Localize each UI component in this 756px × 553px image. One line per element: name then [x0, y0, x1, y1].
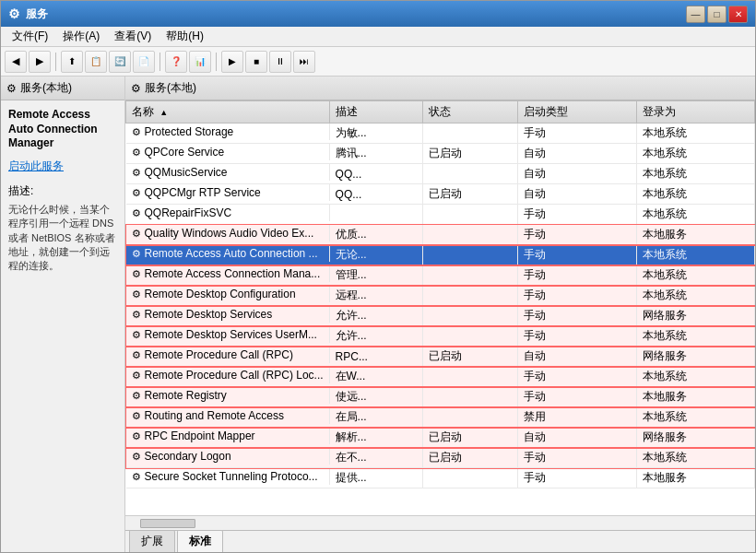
service-name-cell: ⚙QPCore Service — [126, 144, 330, 160]
toolbar-forward-button[interactable]: ▶ — [29, 51, 51, 73]
toolbar-refresh-button[interactable]: 🔄 — [109, 51, 131, 73]
services-list: 名称 ▲ 描述 状态 启动类型 登录为 ⚙Protected Storage为敏… — [125, 100, 755, 488]
window-controls: — □ ✕ — [686, 6, 748, 23]
table-row[interactable]: ⚙QQRepairFixSVC手动本地系统 — [126, 205, 755, 225]
service-startup-cell: 手动 — [518, 387, 636, 407]
menu-view[interactable]: 查看(V) — [107, 27, 159, 46]
col-desc-header[interactable]: 描述 — [330, 101, 423, 124]
service-gear-icon: ⚙ — [132, 228, 141, 240]
table-row[interactable]: ⚙Remote Desktop Services允许...手动网络服务 — [126, 306, 755, 326]
table-row[interactable]: ⚙Protected Storage为敏...手动本地系统 — [126, 124, 755, 144]
service-startup-cell: 手动 — [518, 367, 636, 387]
service-desc-cell: 在局... — [330, 407, 423, 428]
service-desc-cell: 解析... — [330, 428, 423, 448]
col-startup-header[interactable]: 启动类型 — [518, 101, 636, 124]
menu-action[interactable]: 操作(A) — [55, 27, 107, 46]
table-row[interactable]: ⚙Remote Procedure Call (RPC) Loc...在W...… — [126, 367, 755, 387]
service-logon-cell: 本地服务 — [636, 468, 755, 488]
service-name-cell: ⚙Remote Access Connection Mana... — [126, 265, 330, 282]
horizontal-scrollbar[interactable] — [125, 515, 755, 530]
service-gear-icon: ⚙ — [132, 248, 141, 260]
service-logon-cell: 网络服务 — [636, 428, 755, 448]
toolbar-button-4[interactable]: 📄 — [133, 51, 155, 73]
toolbar-restart-button[interactable]: ⏭ — [293, 51, 315, 73]
start-service-link[interactable]: 启动此服务 — [8, 159, 64, 172]
service-name-cell: ⚙Remote Procedure Call (RPC) — [126, 347, 330, 363]
right-panel-title: 服务(本地) — [145, 80, 196, 96]
close-button[interactable]: ✕ — [728, 6, 748, 23]
main-content: ⚙ 服务(本地) Remote Access Auto Connection M… — [1, 76, 755, 552]
service-logon-cell: 本地系统 — [636, 184, 755, 205]
menu-file[interactable]: 文件(F) — [5, 27, 55, 46]
service-logon-cell: 本地系统 — [636, 245, 755, 265]
table-row[interactable]: ⚙Remote Registry使远...手动本地服务 — [126, 387, 755, 407]
toolbar-help-button[interactable]: ❓ — [165, 51, 187, 73]
toolbar-back-button[interactable]: ◀ — [5, 51, 27, 73]
table-row[interactable]: ⚙Quality Windows Audio Video Ex...优质...手… — [126, 225, 755, 245]
right-panel-header: ⚙ 服务(本地) — [125, 76, 755, 100]
left-panel: ⚙ 服务(本地) Remote Access Auto Connection M… — [1, 76, 125, 552]
table-row[interactable]: ⚙QQPCMgr RTP ServiceQQ...已启动自动本地系统 — [126, 184, 755, 205]
service-gear-icon: ⚙ — [132, 349, 141, 361]
service-desc-cell — [330, 205, 423, 225]
toolbar-play-button[interactable]: ▶ — [221, 51, 243, 73]
table-row[interactable]: ⚙RPC Endpoint Mapper解析...已启动自动网络服务 — [126, 428, 755, 448]
service-desc-cell: 优质... — [330, 225, 423, 245]
service-desc-cell: 允许... — [330, 306, 423, 326]
col-logon-header[interactable]: 登录为 — [636, 101, 755, 124]
main-window: ⚙ 服务 — □ ✕ 文件(F) 操作(A) 查看(V) 帮助(H) ◀ ▶ ⬆… — [0, 0, 756, 553]
table-row[interactable]: ⚙Remote Access Connection Mana...管理...手动… — [126, 265, 755, 286]
services-table[interactable]: 名称 ▲ 描述 状态 启动类型 登录为 ⚙Protected Storage为敏… — [125, 100, 755, 515]
col-status-header[interactable]: 状态 — [422, 101, 517, 124]
service-name-cell: ⚙QQPCMgr RTP Service — [126, 184, 330, 201]
service-gear-icon: ⚙ — [132, 309, 141, 321]
service-logon-cell: 本地系统 — [636, 407, 755, 428]
service-name-cell: ⚙Remote Desktop Services — [126, 306, 330, 323]
table-row[interactable]: ⚙Remote Desktop Configuration远程...手动本地系统 — [126, 286, 755, 306]
service-startup-cell: 禁用 — [518, 407, 636, 428]
service-status-cell — [422, 245, 517, 265]
service-name-cell: ⚙Remote Procedure Call (RPC) Loc... — [126, 367, 330, 383]
table-row[interactable]: ⚙Remote Desktop Services UserM...允许...手动… — [126, 326, 755, 347]
menu-bar: 文件(F) 操作(A) 查看(V) 帮助(H) — [1, 27, 755, 47]
minimize-button[interactable]: — — [686, 6, 705, 23]
table-row[interactable]: ⚙Remote Procedure Call (RPC)RPC...已启动自动网… — [126, 347, 755, 367]
desc-text: 无论什么时候，当某个程序引用一个远程 DNS 或者 NetBIOS 名称或者地址… — [8, 203, 117, 274]
table-row[interactable]: ⚙Secure Socket Tunneling Protoco...提供...… — [126, 468, 755, 488]
table-header-row: 名称 ▲ 描述 状态 启动类型 登录为 — [126, 101, 755, 124]
service-desc-cell: QQ... — [330, 184, 423, 205]
toolbar-stop-button[interactable]: ■ — [245, 51, 267, 73]
left-panel-title: 服务(本地) — [20, 80, 72, 96]
table-row[interactable]: ⚙Remote Access Auto Connection ...无论...手… — [126, 245, 755, 265]
left-panel-gear-icon: ⚙ — [6, 82, 17, 95]
table-row[interactable]: ⚙Secondary Logon在不...已启动手动本地系统 — [126, 448, 755, 468]
tab-extended[interactable]: 扩展 — [129, 530, 175, 552]
toolbar-button-6[interactable]: 📊 — [189, 51, 211, 73]
service-desc-cell: RPC... — [330, 347, 423, 367]
service-logon-cell: 本地系统 — [636, 205, 755, 225]
service-startup-cell: 自动 — [518, 184, 636, 205]
service-gear-icon: ⚙ — [132, 147, 141, 159]
h-scroll-thumb[interactable] — [140, 519, 195, 528]
service-desc-cell: 远程... — [330, 286, 423, 306]
table-row[interactable]: ⚙QQMusicServiceQQ...自动本地系统 — [126, 164, 755, 184]
service-logon-cell: 本地服务 — [636, 387, 755, 407]
maximize-button[interactable]: □ — [707, 6, 726, 23]
service-status-cell — [422, 468, 517, 488]
table-row[interactable]: ⚙QPCore Service腾讯...已启动自动本地系统 — [126, 144, 755, 164]
table-row[interactable]: ⚙Routing and Remote Access在局...禁用本地系统 — [126, 407, 755, 428]
right-panel-gear-icon: ⚙ — [131, 82, 141, 95]
service-startup-cell: 自动 — [518, 347, 636, 367]
service-logon-cell: 本地系统 — [636, 265, 755, 286]
service-name-cell: ⚙RPC Endpoint Mapper — [126, 428, 330, 444]
col-name-header[interactable]: 名称 ▲ — [126, 101, 330, 124]
tab-standard[interactable]: 标准 — [177, 530, 223, 552]
service-name-cell: ⚙Remote Desktop Services UserM... — [126, 326, 330, 343]
toolbar-pause-button[interactable]: ⏸ — [269, 51, 291, 73]
service-startup-cell: 手动 — [518, 245, 636, 265]
service-startup-cell: 手动 — [518, 205, 636, 225]
toolbar-button-2[interactable]: 📋 — [85, 51, 107, 73]
toolbar-up-button[interactable]: ⬆ — [61, 51, 83, 73]
menu-help[interactable]: 帮助(H) — [159, 27, 211, 46]
service-logon-cell: 本地系统 — [636, 164, 755, 184]
